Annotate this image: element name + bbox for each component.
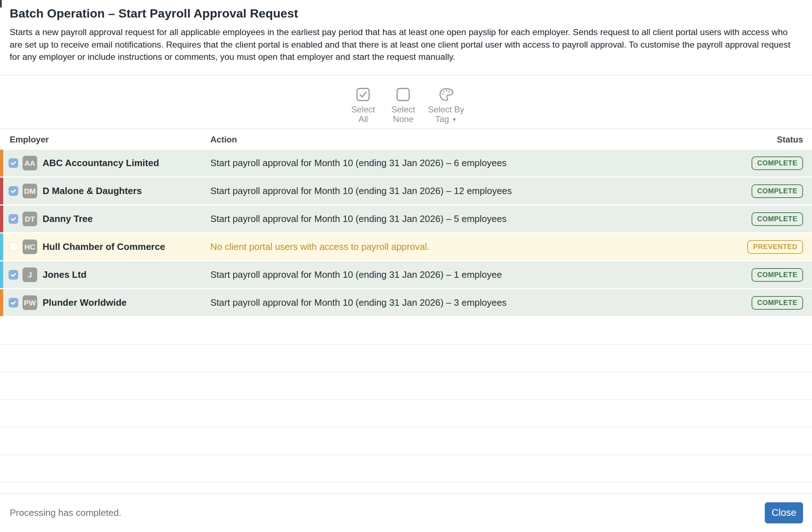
employer-row: DM D Malone & Daughters Start payroll ap… [0, 178, 812, 204]
employer-row: J Jones Ltd Start payroll approval for M… [0, 261, 812, 288]
checkbox-empty-icon [395, 86, 411, 103]
status-badge: COMPLETE [752, 212, 803, 226]
status-badge: PREVENTED [747, 240, 803, 254]
employer-avatar: J [23, 267, 37, 282]
employer-name: ABC Accountancy Limited [43, 158, 159, 169]
select-none-button[interactable]: Select None [388, 86, 419, 124]
processing-status-text: Processing has completed. [10, 507, 121, 518]
employer-cell: DT Danny Tree [9, 212, 210, 226]
close-button[interactable]: Close [765, 502, 803, 523]
checkbox-checked-icon [355, 86, 371, 103]
action-text: Start payroll approval for Month 10 (end… [210, 297, 752, 308]
status-badge: COMPLETE [752, 296, 803, 310]
table-header: Employer Action Status [0, 129, 812, 150]
action-text: Start payroll approval for Month 10 (end… [210, 158, 752, 169]
tag-color-stripe [0, 233, 3, 260]
employer-cell: HC Hull Chamber of Commerce [9, 240, 210, 254]
employer-row: AA ABC Accountancy Limited Start payroll… [0, 150, 812, 176]
tag-color-stripe [0, 150, 3, 176]
status-badge: COMPLETE [752, 156, 803, 170]
chevron-down-icon: ▼ [451, 115, 457, 124]
empty-row [0, 317, 812, 345]
batch-operation-dialog: Batch Operation – Start Payroll Approval… [0, 0, 812, 532]
page-description: Starts a new payroll approval request fo… [10, 26, 793, 63]
empty-row [0, 400, 812, 427]
employer-avatar: DM [23, 184, 37, 198]
palette-icon [438, 86, 454, 103]
employer-name: Plunder Worldwide [43, 297, 127, 308]
employer-name: D Malone & Daughters [43, 185, 142, 197]
employer-name: Danny Tree [43, 213, 93, 224]
employer-avatar: DT [23, 212, 37, 226]
select-by-tag-label: Select By Tag▼ [428, 105, 464, 125]
tag-color-stripe [0, 205, 3, 232]
employer-avatar: HC [23, 240, 37, 254]
select-all-button[interactable]: Select All [348, 86, 378, 124]
row-checkbox[interactable] [9, 298, 18, 308]
select-by-tag-button[interactable]: Select By Tag▼ [428, 86, 464, 125]
dialog-footer: Processing has completed. Close [0, 493, 812, 532]
empty-row [0, 427, 812, 455]
employer-row: PW Plunder Worldwide Start payroll appro… [0, 289, 812, 316]
row-checkbox[interactable] [9, 214, 18, 224]
row-checkbox[interactable] [9, 158, 18, 168]
employer-name: Jones Ltd [43, 269, 87, 280]
action-text: No client portal users with access to pa… [210, 241, 747, 252]
column-header-employer: Employer [10, 135, 210, 145]
empty-row [0, 345, 812, 372]
selection-toolbar: Select All Select None [0, 76, 812, 129]
row-checkbox[interactable] [9, 242, 18, 252]
select-none-label: Select None [391, 105, 415, 124]
empty-row [0, 455, 812, 483]
employer-cell: J Jones Ltd [9, 267, 210, 282]
select-all-label: Select All [351, 105, 375, 124]
employer-avatar: AA [23, 156, 37, 170]
tag-color-stripe [0, 289, 3, 316]
employer-row: HC Hull Chamber of Commerce No client po… [0, 233, 812, 260]
status-badge: COMPLETE [752, 268, 803, 282]
employer-row: DT Danny Tree Start payroll approval for… [0, 205, 812, 232]
action-text: Start payroll approval for Month 10 (end… [210, 269, 752, 280]
employer-avatar: PW [23, 295, 37, 310]
row-checkbox[interactable] [9, 270, 18, 280]
column-header-status: Status [777, 135, 803, 145]
page-title: Batch Operation – Start Payroll Approval… [10, 6, 793, 20]
column-header-action: Action [210, 135, 777, 145]
empty-rows-area [0, 317, 812, 483]
window-edge-artifact [0, 0, 2, 8]
tag-color-stripe [0, 261, 3, 288]
employer-name: Hull Chamber of Commerce [43, 241, 165, 252]
status-badge: COMPLETE [752, 184, 803, 198]
employer-table-body: AA ABC Accountancy Limited Start payroll… [0, 150, 812, 316]
empty-row [0, 372, 812, 400]
action-text: Start payroll approval for Month 10 (end… [210, 185, 752, 197]
employer-cell: DM D Malone & Daughters [9, 184, 210, 198]
employer-cell: PW Plunder Worldwide [9, 295, 210, 310]
row-checkbox[interactable] [9, 186, 18, 196]
tag-color-stripe [0, 178, 3, 204]
employer-cell: AA ABC Accountancy Limited [9, 156, 210, 170]
action-text: Start payroll approval for Month 10 (end… [210, 213, 752, 224]
intro-section: Batch Operation – Start Payroll Approval… [0, 0, 812, 76]
